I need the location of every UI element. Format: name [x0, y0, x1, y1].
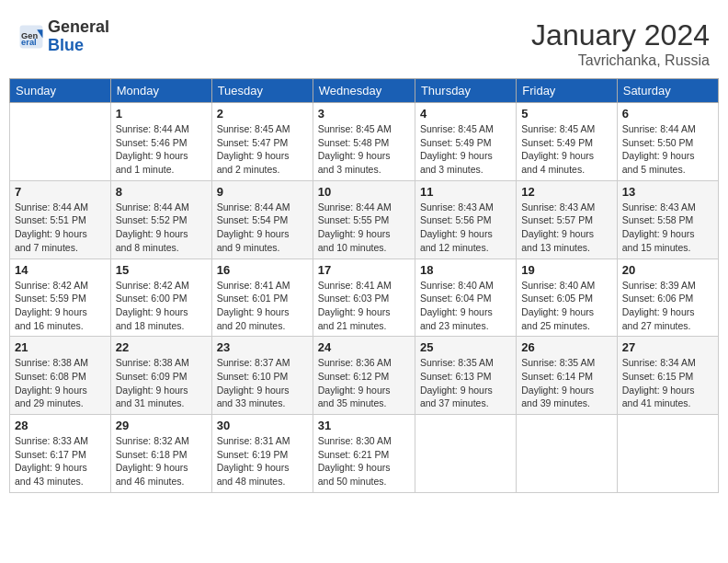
day-info: Sunrise: 8:41 AM Sunset: 6:01 PM Dayligh…: [217, 279, 308, 333]
calendar-cell: 4Sunrise: 8:45 AM Sunset: 5:49 PM Daylig…: [415, 103, 516, 181]
calendar-cell: 13Sunrise: 8:43 AM Sunset: 5:58 PM Dayli…: [617, 180, 718, 259]
calendar-cell: 6Sunrise: 8:44 AM Sunset: 5:50 PM Daylig…: [617, 103, 718, 181]
day-number: 29: [116, 419, 207, 432]
title-block: January 2024 Tavrichanka, Russia: [531, 18, 710, 69]
day-info: Sunrise: 8:45 AM Sunset: 5:48 PM Dayligh…: [318, 122, 410, 177]
logo-icon: Gen eral: [18, 24, 44, 50]
day-number: 11: [420, 185, 511, 199]
day-header-friday: Friday: [517, 79, 617, 103]
calendar-cell: [517, 415, 617, 493]
calendar-cell: 18Sunrise: 8:40 AM Sunset: 6:04 PM Dayli…: [415, 259, 516, 337]
day-info: Sunrise: 8:44 AM Sunset: 5:54 PM Dayligh…: [217, 201, 308, 255]
calendar-week-row: 1Sunrise: 8:44 AM Sunset: 5:46 PM Daylig…: [10, 103, 719, 181]
calendar-cell: 21Sunrise: 8:38 AM Sunset: 6:08 PM Dayli…: [10, 337, 111, 415]
day-info: Sunrise: 8:44 AM Sunset: 5:46 PM Dayligh…: [116, 122, 207, 177]
calendar-cell: 16Sunrise: 8:41 AM Sunset: 6:01 PM Dayli…: [211, 259, 313, 337]
day-header-monday: Monday: [110, 79, 211, 103]
day-number: 12: [521, 185, 611, 199]
day-info: Sunrise: 8:40 AM Sunset: 6:04 PM Dayligh…: [420, 279, 511, 333]
day-number: 14: [15, 263, 106, 277]
day-header-sunday: Sunday: [10, 79, 111, 103]
day-number: 20: [622, 263, 713, 277]
svg-text:eral: eral: [21, 38, 37, 47]
day-info: Sunrise: 8:37 AM Sunset: 6:10 PM Dayligh…: [217, 356, 308, 410]
day-number: 7: [15, 185, 106, 199]
day-info: Sunrise: 8:32 AM Sunset: 6:18 PM Dayligh…: [116, 434, 207, 488]
day-number: 21: [15, 340, 106, 354]
calendar-cell: 5Sunrise: 8:45 AM Sunset: 5:49 PM Daylig…: [517, 103, 617, 181]
calendar-cell: [617, 415, 718, 493]
day-number: 5: [521, 107, 611, 121]
day-info: Sunrise: 8:44 AM Sunset: 5:52 PM Dayligh…: [116, 201, 207, 255]
day-info: Sunrise: 8:34 AM Sunset: 6:15 PM Dayligh…: [622, 356, 713, 410]
calendar-week-row: 7Sunrise: 8:44 AM Sunset: 5:51 PM Daylig…: [10, 180, 719, 259]
day-header-tuesday: Tuesday: [211, 79, 313, 103]
day-number: 24: [318, 340, 410, 354]
day-info: Sunrise: 8:43 AM Sunset: 5:58 PM Dayligh…: [622, 201, 713, 255]
day-number: 18: [420, 263, 511, 277]
day-info: Sunrise: 8:45 AM Sunset: 5:49 PM Dayligh…: [420, 122, 511, 177]
day-number: 27: [622, 340, 713, 354]
day-number: 16: [217, 263, 308, 277]
day-info: Sunrise: 8:43 AM Sunset: 5:56 PM Dayligh…: [420, 201, 511, 255]
day-header-thursday: Thursday: [415, 79, 516, 103]
day-number: 22: [116, 340, 207, 354]
calendar-cell: 2Sunrise: 8:45 AM Sunset: 5:47 PM Daylig…: [211, 103, 313, 181]
day-info: Sunrise: 8:33 AM Sunset: 6:17 PM Dayligh…: [15, 434, 106, 488]
logo-general-text: General: [48, 17, 109, 36]
logo: Gen eral General Blue: [18, 18, 109, 55]
calendar-header-row: SundayMondayTuesdayWednesdayThursdayFrid…: [10, 79, 719, 103]
day-number: 9: [217, 185, 308, 199]
calendar-cell: 14Sunrise: 8:42 AM Sunset: 5:59 PM Dayli…: [10, 259, 111, 337]
day-info: Sunrise: 8:43 AM Sunset: 5:57 PM Dayligh…: [521, 201, 611, 255]
day-info: Sunrise: 8:45 AM Sunset: 5:49 PM Dayligh…: [521, 122, 611, 177]
day-info: Sunrise: 8:30 AM Sunset: 6:21 PM Dayligh…: [318, 434, 410, 488]
day-number: 28: [15, 419, 106, 432]
day-number: 13: [622, 185, 713, 199]
calendar-cell: 19Sunrise: 8:40 AM Sunset: 6:05 PM Dayli…: [517, 259, 617, 337]
calendar-cell: 31Sunrise: 8:30 AM Sunset: 6:21 PM Dayli…: [313, 415, 415, 493]
day-info: Sunrise: 8:31 AM Sunset: 6:19 PM Dayligh…: [217, 434, 308, 488]
calendar-cell: 11Sunrise: 8:43 AM Sunset: 5:56 PM Dayli…: [415, 180, 516, 259]
day-info: Sunrise: 8:41 AM Sunset: 6:03 PM Dayligh…: [318, 279, 410, 333]
day-number: 19: [521, 263, 611, 277]
calendar-body: 1Sunrise: 8:44 AM Sunset: 5:46 PM Daylig…: [10, 103, 719, 493]
day-number: 6: [622, 107, 713, 121]
day-number: 2: [217, 107, 308, 121]
calendar-cell: 20Sunrise: 8:39 AM Sunset: 6:06 PM Dayli…: [617, 259, 718, 337]
calendar-week-row: 14Sunrise: 8:42 AM Sunset: 5:59 PM Dayli…: [10, 259, 719, 337]
calendar-cell: 9Sunrise: 8:44 AM Sunset: 5:54 PM Daylig…: [211, 180, 313, 259]
calendar-cell: 27Sunrise: 8:34 AM Sunset: 6:15 PM Dayli…: [617, 337, 718, 415]
calendar-cell: 7Sunrise: 8:44 AM Sunset: 5:51 PM Daylig…: [10, 180, 111, 259]
calendar-cell: 17Sunrise: 8:41 AM Sunset: 6:03 PM Dayli…: [313, 259, 415, 337]
calendar-cell: 25Sunrise: 8:35 AM Sunset: 6:13 PM Dayli…: [415, 337, 516, 415]
calendar-cell: [10, 103, 111, 181]
calendar-week-row: 21Sunrise: 8:38 AM Sunset: 6:08 PM Dayli…: [10, 337, 719, 415]
day-number: 17: [318, 263, 410, 277]
day-info: Sunrise: 8:44 AM Sunset: 5:55 PM Dayligh…: [318, 201, 410, 255]
calendar-cell: 24Sunrise: 8:36 AM Sunset: 6:12 PM Dayli…: [313, 337, 415, 415]
day-info: Sunrise: 8:38 AM Sunset: 6:08 PM Dayligh…: [15, 356, 106, 410]
day-number: 1: [116, 107, 207, 121]
calendar-cell: 28Sunrise: 8:33 AM Sunset: 6:17 PM Dayli…: [10, 415, 111, 493]
calendar-subtitle: Tavrichanka, Russia: [531, 52, 710, 69]
day-info: Sunrise: 8:35 AM Sunset: 6:13 PM Dayligh…: [420, 356, 511, 410]
day-info: Sunrise: 8:42 AM Sunset: 5:59 PM Dayligh…: [15, 279, 106, 333]
calendar-cell: 29Sunrise: 8:32 AM Sunset: 6:18 PM Dayli…: [110, 415, 211, 493]
day-number: 3: [318, 107, 410, 121]
day-info: Sunrise: 8:35 AM Sunset: 6:14 PM Dayligh…: [521, 356, 611, 410]
calendar-cell: 10Sunrise: 8:44 AM Sunset: 5:55 PM Dayli…: [313, 180, 415, 259]
header: Gen eral General Blue January 2024 Tavri…: [9, 9, 719, 74]
day-number: 30: [217, 419, 308, 432]
calendar-cell: 30Sunrise: 8:31 AM Sunset: 6:19 PM Dayli…: [211, 415, 313, 493]
day-header-wednesday: Wednesday: [313, 79, 415, 103]
day-number: 15: [116, 263, 207, 277]
day-info: Sunrise: 8:39 AM Sunset: 6:06 PM Dayligh…: [622, 279, 713, 333]
calendar-cell: 1Sunrise: 8:44 AM Sunset: 5:46 PM Daylig…: [110, 103, 211, 181]
calendar-cell: 8Sunrise: 8:44 AM Sunset: 5:52 PM Daylig…: [110, 180, 211, 259]
day-info: Sunrise: 8:40 AM Sunset: 6:05 PM Dayligh…: [521, 279, 611, 333]
day-info: Sunrise: 8:44 AM Sunset: 5:50 PM Dayligh…: [622, 122, 713, 177]
calendar-cell: 12Sunrise: 8:43 AM Sunset: 5:57 PM Dayli…: [517, 180, 617, 259]
day-info: Sunrise: 8:42 AM Sunset: 6:00 PM Dayligh…: [116, 279, 207, 333]
calendar-cell: 3Sunrise: 8:45 AM Sunset: 5:48 PM Daylig…: [313, 103, 415, 181]
